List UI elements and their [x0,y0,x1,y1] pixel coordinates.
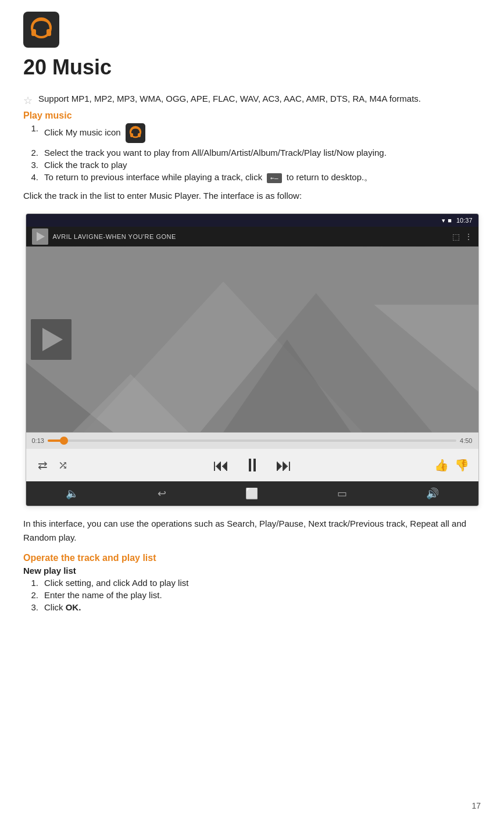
topbar-icons: ⬚ ⋮ [452,232,473,241]
step-2: 2. Select the track you want to play fro… [23,148,481,158]
support-formats-item: ☆ Support MP1, MP2, MP3, WMA, OGG, APE, … [23,94,481,107]
header-logo [23,12,481,49]
svg-rect-7 [138,133,141,137]
svg-rect-6 [130,133,133,137]
next-button[interactable]: ⏭ [273,453,294,477]
support-text: Support MP1, MP2, MP3, WMA, OGG, APE, FL… [38,94,421,103]
like-button[interactable]: 👍 [434,458,449,472]
left-controls: ⇄ ⤮ [35,456,70,474]
operate-section-title: Operate the track and play list [23,553,481,563]
right-controls: 👍 👎 [434,458,469,472]
time-display: 10:37 [456,217,473,224]
new-step2-text: Enter the name of the play list. [44,590,162,600]
back-icon: ←— [267,173,281,183]
new-step-3: 3. Click OK. [23,602,481,612]
new-step-2: 2. Enter the name of the play list. [23,590,481,600]
dislike-button[interactable]: 👎 [455,458,469,472]
repeat-button[interactable]: ⇄ [35,456,50,474]
phone-topbar: AVRIL LAVIGNE-WHEN YOU'RE GONE ⬚ ⋮ [26,227,478,246]
bottom-nav: 🔈 ↩ ⬜ ▭ 🔊 [26,481,478,506]
album-art-small [31,319,72,360]
click-track-text: Click the track in the list to enter Mus… [23,189,481,203]
statusbar-icons: ▾ ■ 10:37 [442,217,472,224]
svg-rect-3 [47,29,51,36]
new-playlist-steps: 1. Click setting, and click Add to play … [23,578,481,612]
shuffle-button[interactable]: ⤮ [56,456,70,474]
ok-bold: OK. [66,602,81,612]
interface-text: In this interface, you can use the opera… [23,517,481,545]
step-1: 1. Click My music icon [23,123,481,143]
album-deco-svg [26,246,478,433]
steps-list: 1. Click My music icon 2. Select the tra… [23,123,481,183]
track-title: AVRIL LAVIGNE-WHEN YOU'RE GONE [53,233,448,240]
step-3: 3. Click the track to play [23,160,481,170]
new-step1-text: Click setting, and click Add to play lis… [44,578,188,588]
step2-text: Select the track you want to play from A… [44,148,387,158]
album-art [26,246,478,433]
phone-screenshot: ▾ ■ 10:37 AVRIL LAVIGNE-WHEN YOU'RE GONE… [26,213,479,506]
step-4: 4. To return to previous interface while… [23,172,481,183]
time-end: 4:50 [460,437,472,444]
progress-track[interactable] [48,439,456,442]
controls-row: ⇄ ⤮ ⏮ ⏸ ⏭ 👍 👎 [26,449,478,481]
svg-rect-2 [31,29,36,36]
album-thumb [32,228,48,245]
pause-button[interactable]: ⏸ [241,452,264,478]
recents-icon[interactable]: ▭ [337,487,347,500]
volume-up-icon[interactable]: 🔊 [426,487,439,500]
menu-icon: ⋮ [464,232,473,241]
cast-icon: ⬚ [452,232,460,241]
volume-down-icon[interactable]: 🔈 [66,487,78,500]
time-start: 0:13 [32,437,44,444]
back-nav-icon[interactable]: ↩ [158,487,166,500]
step1-text: Click My music icon [44,127,121,137]
play-music-label: Play music [23,110,481,121]
svg-rect-0 [23,12,59,48]
new-step-1: 1. Click setting, and click Add to play … [23,578,481,588]
center-controls: ⏮ ⏸ ⏭ [210,452,294,478]
page-number: 17 [471,801,481,810]
new-playlist-title: New play list [23,566,481,576]
wifi-icon: ▾ [442,217,445,224]
progress-thumb [60,437,68,445]
page-title: 20 Music [23,55,481,80]
step3-text: Click the track to play [44,160,127,170]
headphones-icon [23,12,59,48]
signal-icon: ■ [448,217,452,224]
music-icon-inline [126,123,145,143]
prev-button[interactable]: ⏮ [210,453,231,477]
step4-text-after: to return to desktop.。 [287,172,373,182]
step4-text-before: To return to previous interface while pl… [44,172,264,182]
status-bar: ▾ ■ 10:37 [26,214,478,227]
progress-bar-area: 0:13 4:50 [26,433,478,449]
home-icon[interactable]: ⬜ [245,487,258,500]
star-icon: ☆ [23,94,33,107]
